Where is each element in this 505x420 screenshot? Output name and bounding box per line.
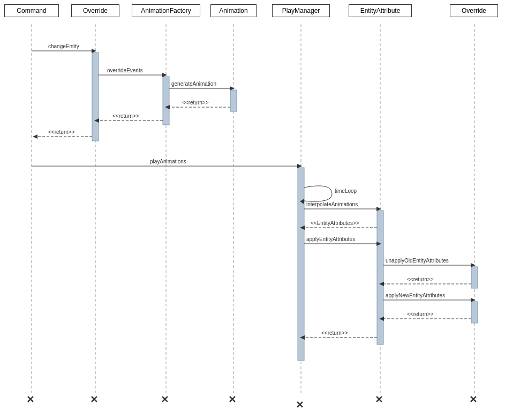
svg-text:<<return>>: <<return>> <box>182 100 209 106</box>
svg-text:<<return>>: <<return>> <box>407 311 434 317</box>
svg-text:<<return>>: <<return>> <box>48 129 75 135</box>
svg-text:✕: ✕ <box>90 394 98 405</box>
svg-rect-8 <box>163 77 169 125</box>
svg-rect-7 <box>92 52 99 141</box>
svg-text:✕: ✕ <box>296 400 304 410</box>
svg-text:interpolateAnimations: interpolateAnimations <box>306 201 358 207</box>
svg-rect-12 <box>471 267 478 288</box>
svg-text:applyEntityAttributes: applyEntityAttributes <box>306 236 355 242</box>
svg-text:timeLoop: timeLoop <box>335 188 357 194</box>
svg-rect-10 <box>298 168 304 361</box>
actor-playmanager: PlayManager <box>272 4 330 17</box>
actor-command: Command <box>4 4 59 17</box>
sequence-diagram: changeEntity overrideEvents generateAnim… <box>0 0 505 420</box>
actor-entityattr: EntityAttribute <box>349 4 412 17</box>
svg-text:<<return>>: <<return>> <box>112 113 139 119</box>
svg-rect-13 <box>471 302 478 323</box>
svg-text:playAnimations: playAnimations <box>150 159 186 164</box>
svg-text:✕: ✕ <box>228 394 236 405</box>
actor-override2: Override <box>450 4 498 17</box>
svg-text:overrideEvents: overrideEvents <box>107 68 143 73</box>
svg-text:applyNewEntityAttributes: applyNewEntityAttributes <box>386 292 445 298</box>
svg-text:<<return>>: <<return>> <box>407 276 434 282</box>
svg-text:✕: ✕ <box>469 394 477 405</box>
actor-override1: Override <box>71 4 119 17</box>
svg-text:changeEntity: changeEntity <box>48 43 79 49</box>
actor-animation: Animation <box>210 4 257 17</box>
svg-text:✕: ✕ <box>375 394 383 405</box>
svg-text:generateAnimation: generateAnimation <box>171 81 216 87</box>
svg-marker-30 <box>33 134 37 139</box>
svg-rect-11 <box>377 211 383 344</box>
svg-text:<<return>>: <<return>> <box>321 330 348 336</box>
svg-text:unapplyOldEntityAttributes: unapplyOldEntityAttributes <box>386 258 449 264</box>
svg-text:✕: ✕ <box>161 394 169 405</box>
actor-animfactory: AnimationFactory <box>132 4 200 17</box>
svg-text:<<EntityAttributes>>: <<EntityAttributes>> <box>311 220 359 226</box>
svg-rect-9 <box>230 90 237 111</box>
svg-text:✕: ✕ <box>26 394 34 405</box>
